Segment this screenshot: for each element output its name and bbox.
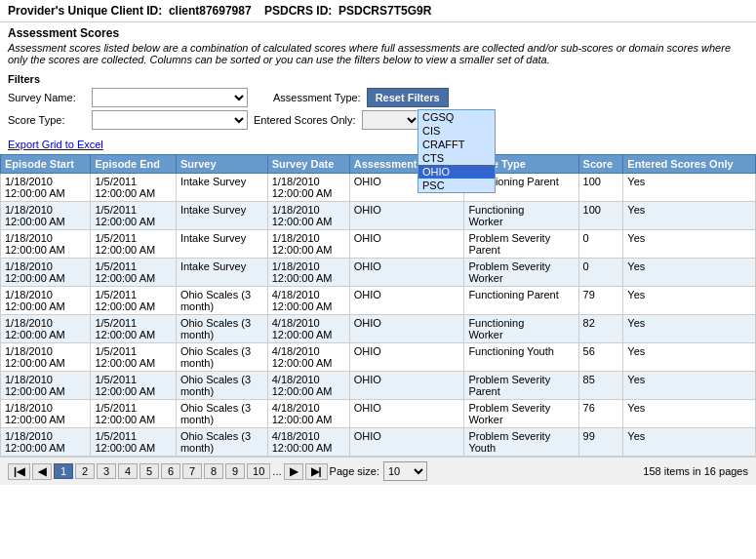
dropdown-option-crafft[interactable]: CRAFFT: [418, 138, 495, 151]
table-cell: Yes: [623, 230, 756, 259]
table-cell: Yes: [623, 287, 756, 315]
table-cell: Ohio Scales (3 month): [176, 372, 267, 400]
client-id-value: client87697987: [169, 4, 252, 18]
table-cell: 4/18/2010 12:00:00 AM: [267, 428, 349, 457]
table-cell: Ohio Scales (3 month): [176, 343, 267, 372]
psdcrs-id-value: PSDCRS7T5G9R: [338, 4, 431, 18]
table-cell: 100: [578, 174, 623, 202]
table-cell: Functioning Parent: [464, 287, 578, 315]
table-cell: Yes: [623, 343, 756, 372]
page-4-button[interactable]: 4: [118, 463, 138, 479]
table-header-row: Episode Start Episode End Survey Survey …: [1, 155, 756, 174]
table-cell: 1/5/2011 12:00:00 AM: [91, 343, 176, 372]
table-row: 1/18/2010 12:00:00 AM1/5/2011 12:00:00 A…: [1, 372, 756, 400]
table-cell: Problem Severity Worker: [464, 400, 578, 428]
psdcrs-id-label: PSDCRS ID:: [264, 4, 332, 18]
dropdown-option-cts[interactable]: CTS: [418, 151, 495, 165]
table-cell: 1/18/2010 12:00:00 AM: [1, 202, 91, 230]
table-row: 1/18/2010 12:00:00 AM1/5/2011 12:00:00 A…: [1, 343, 756, 372]
page-5-button[interactable]: 5: [139, 463, 159, 479]
table-cell: 1/18/2010 12:00:00 AM: [267, 259, 349, 287]
table-cell: 1/18/2010 12:00:00 AM: [1, 400, 91, 428]
table-cell: 1/18/2010 12:00:00 AM: [267, 174, 349, 202]
table-cell: 4/18/2010 12:00:00 AM: [267, 400, 349, 428]
table-cell: 1/18/2010 12:00:00 AM: [267, 202, 349, 230]
page-9-button[interactable]: 9: [225, 463, 245, 479]
reset-filters-button[interactable]: Reset Filters: [367, 88, 449, 107]
filters-section: Filters Survey Name: Assessment Type: Re…: [0, 69, 756, 137]
score-type-select[interactable]: [92, 110, 248, 130]
table-cell: Yes: [623, 174, 756, 202]
table-cell: 1/5/2011 12:00:00 AM: [91, 287, 176, 315]
header-bar: Provider's Unique Client ID: client87697…: [0, 0, 756, 22]
page-10-button[interactable]: 10: [247, 463, 270, 479]
table-row: 1/18/2010 12:00:00 AM1/5/2011 12:00:00 A…: [1, 202, 756, 230]
table-cell: 4/18/2010 12:00:00 AM: [267, 287, 349, 315]
dropdown-option-cis[interactable]: CIS: [418, 124, 495, 138]
table-cell: Intake Survey: [176, 202, 267, 230]
next-page-button[interactable]: ▶: [284, 463, 303, 480]
table-cell: Ohio Scales (3 month): [176, 315, 267, 343]
col-survey: Survey: [176, 155, 267, 174]
page-size-select[interactable]: 10 25 50: [383, 461, 427, 481]
dropdown-option-ohio[interactable]: OHIO: [418, 165, 495, 179]
export-link[interactable]: Export Grid to Excel: [0, 137, 756, 152]
page-7-button[interactable]: 7: [182, 463, 202, 479]
survey-name-select[interactable]: [92, 88, 248, 107]
table-cell: OHIO: [349, 315, 464, 343]
table-cell: 1/5/2011 12:00:00 AM: [91, 315, 176, 343]
table-cell: OHIO: [349, 287, 464, 315]
last-page-button[interactable]: ▶|: [305, 463, 328, 480]
table-cell: Problem Severity Parent: [464, 372, 578, 400]
table-cell: OHIO: [349, 259, 464, 287]
table-cell: 4/18/2010 12:00:00 AM: [267, 315, 349, 343]
assessment-type-label: Assessment Type:: [273, 92, 361, 103]
page-6-button[interactable]: 6: [161, 463, 180, 479]
table-cell: OHIO: [349, 400, 464, 428]
prev-page-button[interactable]: ◀: [32, 463, 52, 480]
table-row: 1/18/2010 12:00:00 AM1/5/2011 12:00:00 A…: [1, 287, 756, 315]
table-cell: Ohio Scales (3 month): [176, 400, 267, 428]
first-page-button[interactable]: |◀: [8, 463, 30, 480]
table-cell: 4/18/2010 12:00:00 AM: [267, 372, 349, 400]
table-cell: 1/18/2010 12:00:00 AM: [1, 428, 91, 457]
table-cell: 56: [578, 343, 623, 372]
survey-name-label: Survey Name:: [8, 92, 86, 103]
client-id-label: Provider's Unique Client ID:: [8, 4, 162, 18]
data-table: Episode Start Episode End Survey Survey …: [0, 154, 756, 457]
assessment-type-dropdown[interactable]: CGSQ CIS CRAFFT CTS OHIO PSC: [418, 109, 496, 193]
page-size-label: Page size:: [330, 465, 379, 477]
pagination-controls: |◀ ◀ 1 2 3 4 5 6 7 8 9 10 ... ▶ ▶| Page …: [8, 461, 427, 481]
table-cell: 85: [578, 372, 623, 400]
table-cell: OHIO: [349, 372, 464, 400]
table-cell: 1/18/2010 12:00:00 AM: [1, 259, 91, 287]
table-cell: 1/5/2011 12:00:00 AM: [91, 230, 176, 259]
table-cell: 0: [578, 259, 623, 287]
filter-row-score: Score Type: Entered Scores Only:: [8, 110, 748, 130]
table-cell: Intake Survey: [176, 174, 267, 202]
dropdown-option-psc[interactable]: PSC: [418, 179, 495, 192]
col-episode-end: Episode End: [91, 155, 176, 174]
score-type-label: Score Type:: [8, 114, 86, 126]
table-cell: 1/5/2011 12:00:00 AM: [91, 400, 176, 428]
table-cell: Intake Survey: [176, 259, 267, 287]
table-cell: 4/18/2010 12:00:00 AM: [267, 343, 349, 372]
table-cell: 1/18/2010 12:00:00 AM: [1, 174, 91, 202]
page-3-button[interactable]: 3: [97, 463, 116, 479]
pagination-bar: |◀ ◀ 1 2 3 4 5 6 7 8 9 10 ... ▶ ▶| Page …: [0, 457, 756, 485]
table-cell: Intake Survey: [176, 230, 267, 259]
col-episode-start: Episode Start: [1, 155, 91, 174]
dropdown-option-cgsq[interactable]: CGSQ: [418, 110, 495, 124]
section-description: Assessment scores listed below are a com…: [0, 42, 756, 69]
table-cell: 1/5/2011 12:00:00 AM: [91, 259, 176, 287]
table-cell: Yes: [623, 428, 756, 457]
entered-scores-select[interactable]: [362, 110, 420, 130]
table-cell: Yes: [623, 372, 756, 400]
page-1-button[interactable]: 1: [54, 463, 73, 479]
table-cell: Problem Severity Worker: [464, 259, 578, 287]
table-cell: Problem Severity Parent: [464, 230, 578, 259]
table-cell: OHIO: [349, 230, 464, 259]
page-8-button[interactable]: 8: [204, 463, 223, 479]
page-2-button[interactable]: 2: [75, 463, 95, 479]
table-cell: 1/18/2010 12:00:00 AM: [1, 343, 91, 372]
